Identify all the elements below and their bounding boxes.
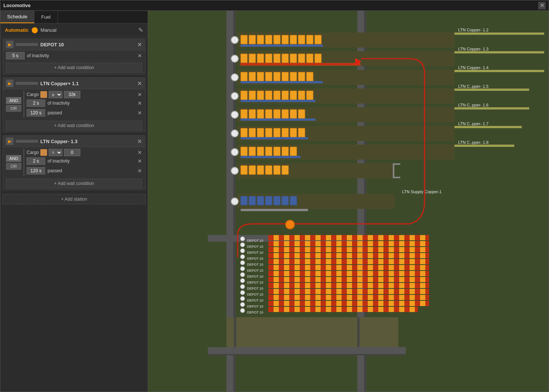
window-title: Locomotive: [3, 3, 31, 8]
cargo-val-2[interactable]: [64, 149, 80, 156]
station-ltn-copper-minus-name: LTN Copper- 1.3: [40, 139, 135, 144]
svg-rect-158: [268, 271, 429, 276]
passed-label-1: passed: [47, 110, 62, 115]
depot10-inactivity-input[interactable]: [6, 52, 25, 59]
passed-close-1[interactable]: ✕: [138, 110, 142, 116]
svg-point-141: [240, 249, 245, 253]
svg-point-149: [240, 296, 245, 301]
ltn-copper-plus-logic-block: AND OR Cargo ≥=≤ ✕: [3, 89, 145, 119]
svg-rect-170: [208, 347, 406, 355]
svg-point-147: [240, 284, 245, 289]
and-button-1[interactable]: AND: [6, 97, 21, 104]
svg-rect-26: [282, 54, 289, 63]
svg-rect-111: [265, 196, 272, 205]
svg-rect-119: [454, 51, 544, 53]
depot10-wait-close[interactable]: ✕: [138, 53, 142, 59]
cargo-close-1[interactable]: ✕: [138, 92, 142, 98]
or-button-2[interactable]: OR: [6, 163, 21, 170]
svg-rect-30: [315, 54, 321, 63]
svg-rect-17: [241, 44, 323, 47]
station-ltn-copper-minus-close[interactable]: ✕: [137, 138, 142, 145]
and-button-2[interactable]: AND: [6, 155, 21, 162]
add-station-button[interactable]: + Add station: [3, 194, 145, 204]
svg-rect-109: [249, 196, 256, 205]
svg-point-146: [240, 278, 245, 283]
cargo-op-2[interactable]: =≥≤: [49, 149, 62, 156]
passed-close-2[interactable]: ✕: [138, 168, 142, 174]
svg-point-145: [240, 272, 245, 277]
svg-rect-161: [268, 289, 429, 294]
or-button-1[interactable]: OR: [6, 105, 21, 112]
station-ltn-copper-minus-play[interactable]: ▶: [6, 138, 13, 145]
station-ltn-copper-plus-play[interactable]: ▶: [6, 80, 13, 87]
station-depot10-close[interactable]: ✕: [137, 41, 142, 48]
passed-label-2: passed: [47, 168, 62, 173]
cargo-op-1[interactable]: ≥=≤: [49, 91, 62, 98]
cargo-close-2[interactable]: ✕: [138, 149, 142, 155]
inactivity-time-1[interactable]: [27, 99, 45, 107]
tab-fuel[interactable]: Fuel: [34, 11, 58, 23]
cargo-val-1[interactable]: [64, 91, 80, 98]
ltn-copper-minus-add-wait-button[interactable]: + Add wait condition: [6, 179, 142, 188]
svg-rect-39: [265, 72, 272, 81]
svg-rect-87: [249, 147, 256, 156]
svg-rect-162: [268, 295, 429, 300]
svg-rect-82: [241, 137, 308, 139]
station-depot10-play[interactable]: ▶: [6, 41, 13, 48]
station-ltn-copper-plus-close[interactable]: ✕: [137, 80, 142, 87]
svg-rect-153: [268, 241, 429, 246]
cargo-icon-1: [40, 91, 47, 98]
svg-rect-164: [268, 307, 418, 312]
inactivity-close-2[interactable]: ✕: [138, 158, 142, 164]
svg-point-59: [231, 92, 238, 100]
title-bar: Locomotive ✕: [0, 0, 549, 11]
svg-rect-16: [315, 35, 321, 44]
svg-rect-28: [298, 54, 305, 63]
svg-point-144: [240, 266, 245, 271]
svg-rect-155: [268, 253, 429, 258]
tabs-bar: Schedule Fuel: [0, 11, 148, 24]
svg-text:DEPOT 10: DEPOT 10: [247, 275, 263, 278]
drag-handle-ltn-copper-minus[interactable]: [16, 140, 38, 143]
svg-rect-114: [290, 196, 297, 205]
svg-rect-75: [249, 128, 256, 137]
station-ltn-copper-minus-header: ▶ LTN Copper- 1.3 ✕: [3, 136, 145, 147]
svg-rect-55: [290, 91, 297, 100]
close-button[interactable]: ✕: [538, 2, 546, 9]
inactivity-time-2[interactable]: [27, 157, 45, 165]
svg-rect-157: [268, 265, 429, 270]
svg-rect-91: [282, 147, 289, 156]
svg-point-106: [231, 167, 238, 175]
svg-point-125: [286, 220, 294, 229]
svg-rect-168: [234, 317, 236, 347]
svg-rect-51: [257, 91, 264, 100]
drag-handle-ltn-copper-plus[interactable]: [16, 82, 38, 85]
mode-toggle[interactable]: [32, 27, 38, 33]
ltn-copper-plus-add-wait-button[interactable]: + Add wait condition: [6, 121, 142, 130]
svg-rect-99: [257, 166, 264, 175]
svg-text:DEPOT 10: DEPOT 10: [247, 293, 263, 296]
svg-rect-88: [257, 147, 264, 156]
station-ltn-copper-plus-name: LTN Copper+ 1.1: [40, 81, 135, 86]
drag-handle-depot10[interactable]: [16, 43, 38, 46]
cargo-row-2: Cargo =≥≤ ✕: [27, 149, 142, 156]
svg-point-148: [240, 290, 245, 295]
passed-time-2[interactable]: [27, 167, 45, 175]
svg-rect-57: [306, 91, 313, 100]
svg-rect-81: [298, 128, 305, 137]
svg-rect-63: [249, 109, 256, 118]
svg-rect-123: [454, 126, 522, 128]
edit-icon[interactable]: ✎: [138, 27, 143, 34]
tab-schedule[interactable]: Schedule: [0, 11, 34, 23]
depot10-add-wait-button[interactable]: + Add wait condition: [6, 63, 142, 72]
left-panel: Schedule Fuel Automatic Manual ✎ ▶ DEPOT…: [0, 11, 148, 392]
svg-rect-25: [274, 54, 280, 63]
svg-text:LTN C..pper- 1.5: LTN C..pper- 1.5: [458, 84, 488, 89]
svg-text:LTN Copper- 1.3: LTN Copper- 1.3: [458, 47, 488, 51]
svg-rect-53: [274, 91, 280, 100]
svg-point-18: [231, 36, 238, 44]
inactivity-close-1[interactable]: ✕: [138, 100, 142, 106]
ltn-copper-minus-logic-row: AND OR Cargo =≥≤ ✕: [6, 149, 142, 176]
passed-time-1[interactable]: [27, 109, 45, 117]
svg-rect-49: [241, 91, 247, 100]
